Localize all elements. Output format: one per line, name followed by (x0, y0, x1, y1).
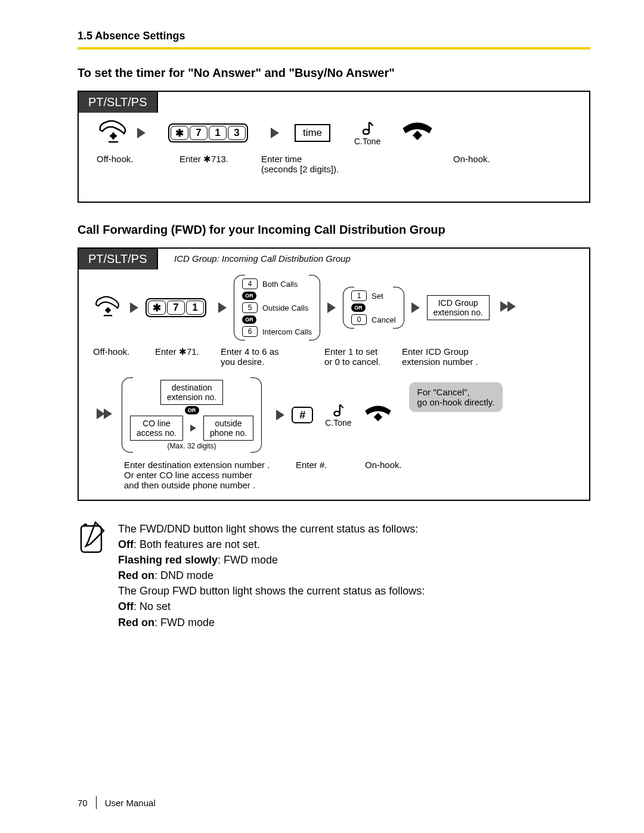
note-l6a: Off (118, 600, 134, 612)
out-l2: phone no. (210, 428, 247, 438)
cap-enter10-l2: or 0 to cancel. (324, 357, 398, 367)
note-l4a: Red on (118, 569, 154, 581)
or-pill: OR (242, 315, 256, 324)
note-l3a: Flashing red slowly (118, 554, 218, 566)
key-7: 7 (167, 301, 185, 315)
cap-entericd-l1: Enter ICD Group (402, 346, 503, 357)
onhook-icon (361, 403, 395, 427)
note-l7a: Red on (118, 617, 154, 628)
key-1: 1 (209, 126, 227, 140)
ctone-label: C.Tone (325, 418, 351, 428)
diagram1-tab: PT/SLT/PS (78, 91, 158, 113)
icd-l2: extension no. (434, 308, 483, 317)
note-l4b: : DND mode (154, 569, 213, 581)
arrow-icon (271, 128, 279, 138)
cap-offhook2: Off-hook. (93, 346, 136, 367)
ctone-icon (358, 120, 376, 137)
note-l6b: : No set (134, 600, 171, 612)
cap-entericd-l2: extension number . (402, 357, 503, 367)
key-7: 7 (190, 126, 208, 140)
cap-enter10-l1: Enter 1 to set (324, 346, 398, 357)
cap-enter71: Enter ✱71. (140, 346, 217, 367)
arrow-icon (190, 425, 196, 432)
opt-cancel: Cancel (371, 315, 395, 324)
cancel-note-l1: For "Cancel", (417, 387, 495, 397)
opt-intercom-calls: Intercom Calls (262, 327, 312, 336)
destination-group: destination extension no. OR CO line acc… (122, 377, 262, 453)
or-pill: OR (242, 292, 256, 300)
cap-offhook: Off-hook. (97, 154, 147, 174)
options-456: 4Both Calls OR 5Outside Calls OR 6Interc… (234, 275, 320, 340)
pencil-note-icon (78, 521, 106, 630)
ctone-block: C.Tone (354, 120, 380, 146)
cap-entertime-l2: (seconds [2 digits]). (261, 164, 369, 174)
max-digits-note: (Max. 32 digits) (168, 442, 216, 450)
footer-divider (96, 796, 97, 809)
cap-entertime-l1: Enter time (261, 154, 369, 164)
time-field: time (295, 124, 330, 142)
section1-heading: To set the timer for "No Answer" and "Bu… (78, 66, 590, 80)
cap-entertime: Enter time (seconds [2 digits]). (261, 154, 369, 174)
diagram2-tab-note: ICD Group: Incoming Call Distribution Gr… (174, 253, 351, 264)
options-10: 1Set OR 0Cancel (343, 287, 404, 329)
or-pill: OR (185, 406, 199, 414)
page-footer: 70 User Manual (78, 796, 156, 809)
key-1: 1 (186, 301, 204, 315)
arrow-icon (130, 302, 138, 313)
ctone-icon (330, 402, 346, 418)
icd-group-box: ICD Group extension no. (427, 295, 490, 320)
cap-dest: Enter destination extension number . Or … (124, 460, 292, 490)
co-l2: access no. (137, 428, 177, 438)
key-6: 6 (242, 326, 258, 337)
icd-l1: ICD Group (434, 298, 483, 308)
cap-dest-l2: Or enter CO line access number (124, 470, 292, 480)
note-l1: The FWD/DND button light shows the curre… (118, 521, 425, 537)
double-arrow-icon (497, 301, 519, 314)
diagram-box-2: PT/SLT/PS ICD Group: Incoming Call Distr… (78, 247, 590, 501)
cap-dest-l3: and then outside phone number . (124, 480, 292, 490)
offhook-icon (93, 294, 123, 321)
arrow-icon (137, 128, 145, 138)
keypad-713: ✱ 7 1 3 (168, 123, 248, 143)
section-header: 1.5 Absence Settings (78, 30, 590, 42)
key-5: 5 (242, 302, 258, 313)
offhook-icon (97, 118, 130, 148)
note-l3b: : FWD mode (218, 554, 278, 566)
cap-enter713: Enter ✱713. (150, 154, 258, 174)
notes-block: The FWD/DND button light shows the curre… (78, 521, 590, 630)
keypad-71: ✱ 7 1 (145, 298, 206, 317)
cap-enter10: Enter 1 to set or 0 to cancel. (324, 346, 398, 367)
or-pill: OR (351, 304, 366, 312)
dest-l2: extension no. (167, 392, 216, 402)
diagram2-tab: PT/SLT/PS (78, 247, 158, 270)
arrow-icon (411, 302, 420, 313)
cap-enter46-l1: Enter 4 to 6 as (221, 346, 321, 357)
key-star: ✱ (171, 126, 188, 140)
out-l1: outside (210, 419, 247, 428)
cap-onhook2: On-hook. (365, 460, 425, 490)
key-3: 3 (228, 126, 246, 140)
note-l2a: Off (118, 538, 134, 550)
outside-phone-box: outside phone no. (203, 416, 253, 441)
key-1s: 1 (351, 290, 367, 301)
diagram-box-1: PT/SLT/PS ✱ 7 1 3 (78, 91, 590, 203)
cap-enterhash: Enter #. (296, 460, 361, 490)
opt-set: Set (371, 292, 383, 301)
double-arrow-icon (93, 408, 116, 422)
note-l2b: : Both features are not set. (134, 538, 260, 550)
key-star: ✱ (148, 301, 166, 315)
key-0: 0 (351, 314, 367, 325)
onhook-icon (400, 120, 435, 146)
opt-both-calls: Both Calls (262, 280, 298, 289)
ctone-label: C.Tone (354, 137, 380, 146)
opt-outside-calls: Outside Calls (262, 304, 308, 312)
page-number: 70 (78, 798, 88, 808)
dest-l1: destination (167, 383, 216, 392)
cancel-note-l2: go on-hook directly. (417, 397, 495, 407)
key-hash: # (292, 407, 313, 423)
arrow-icon (276, 410, 284, 420)
arrow-icon (327, 302, 336, 313)
arrow-icon (218, 302, 227, 313)
dest-ext-box: destination extension no. (160, 380, 223, 405)
cap-entericd: Enter ICD Group extension number . (402, 346, 503, 367)
